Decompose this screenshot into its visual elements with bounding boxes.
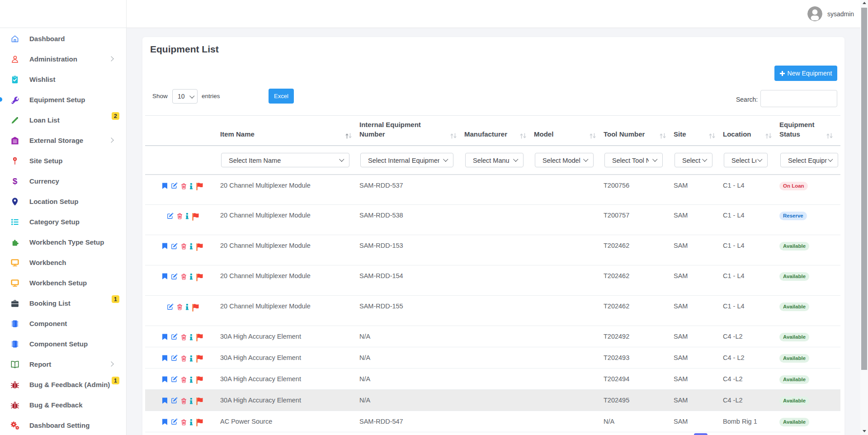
svg-text:$: $ <box>13 177 18 186</box>
